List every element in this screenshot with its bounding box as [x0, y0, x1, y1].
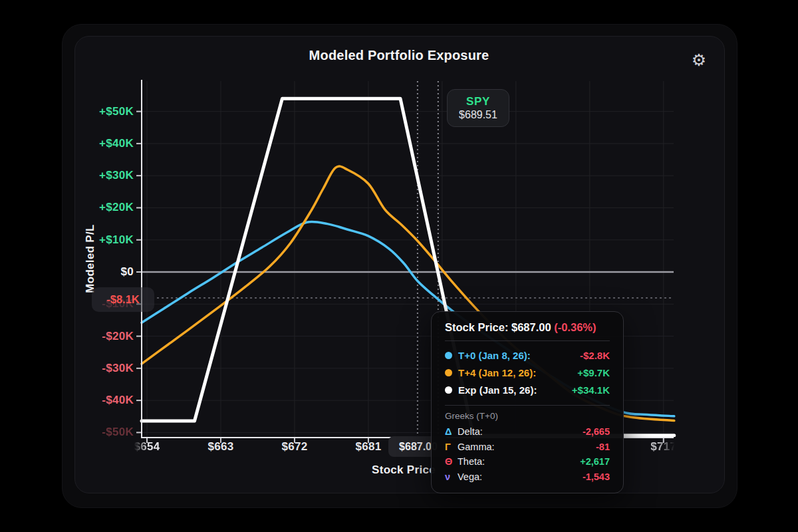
- theta-icon: Θ: [445, 456, 455, 467]
- tooltip-price-change: (-0.36%): [554, 321, 596, 333]
- tooltip-row-t4: T+4 (Jan 12, 26): +$9.7K: [445, 364, 610, 381]
- t4-series-label: T+4 (Jan 12, 26):: [458, 367, 536, 378]
- t0-series-dot: [445, 352, 452, 359]
- greeks-header: Greeks (T+0): [445, 411, 610, 421]
- exp-series-label: Exp (Jan 15, 26):: [458, 384, 537, 396]
- vega-icon: ν: [445, 471, 455, 482]
- delta-icon: Δ: [445, 426, 455, 437]
- exp-series-value: +$34.1K: [572, 384, 610, 396]
- page-title: Modeled Portfolio Exposure: [0, 48, 798, 63]
- theta-value: +2,617: [580, 456, 610, 467]
- t4-series-value: +$9.7K: [577, 367, 610, 378]
- divider: [445, 340, 610, 341]
- tooltip-row-t0: T+0 (Jan 8, 26): -$2.8K: [445, 346, 610, 364]
- gamma-label: Gamma:: [458, 442, 495, 452]
- vega-value: -1,543: [583, 471, 610, 482]
- theta-label: Theta:: [458, 456, 485, 467]
- greek-row-vega: ν Vega: -1,543: [445, 469, 610, 485]
- chart-tooltip: Stock Price: $687.00 (-0.36%) T+0 (Jan 8…: [431, 311, 624, 493]
- gear-icon: ⚙: [692, 51, 706, 70]
- t0-series-label: T+0 (Jan 8, 26):: [458, 350, 531, 361]
- divider: [445, 405, 610, 406]
- t4-series-dot: [445, 369, 452, 376]
- ticker-price: $689.51: [459, 109, 497, 121]
- tooltip-title: Stock Price: $687.00 (-0.36%): [445, 321, 610, 334]
- tooltip-row-exp: Exp (Jan 15, 26): +$34.1K: [445, 381, 610, 398]
- y-axis-title: Modeled P/L: [84, 224, 97, 293]
- greek-row-delta: Δ Delta: -2,665: [445, 424, 610, 440]
- x-axis-title: Stock Price: [372, 464, 436, 477]
- greek-row-gamma: Γ Gamma: -81: [445, 440, 610, 455]
- vega-label: Vega:: [458, 471, 482, 482]
- ticker-symbol: SPY: [466, 95, 490, 108]
- settings-button[interactable]: ⚙: [686, 48, 712, 72]
- exp-series-dot: [445, 386, 452, 394]
- delta-value: -2,665: [583, 426, 610, 437]
- greek-row-theta: Θ Theta: +2,617: [445, 454, 610, 469]
- delta-label: Delta:: [458, 426, 483, 437]
- spy-price-badge[interactable]: SPY $689.51: [447, 89, 509, 127]
- hover-pl-chip: -$8.1K: [92, 287, 154, 312]
- t0-series-value: -$2.8K: [580, 350, 610, 361]
- tooltip-price: Stock Price: $687.00: [445, 321, 551, 333]
- app-window: Modeled Portfolio Exposure ⚙ +$50K+$40K+…: [0, 0, 798, 532]
- gamma-icon: Γ: [445, 442, 455, 452]
- gamma-value: -81: [596, 442, 610, 452]
